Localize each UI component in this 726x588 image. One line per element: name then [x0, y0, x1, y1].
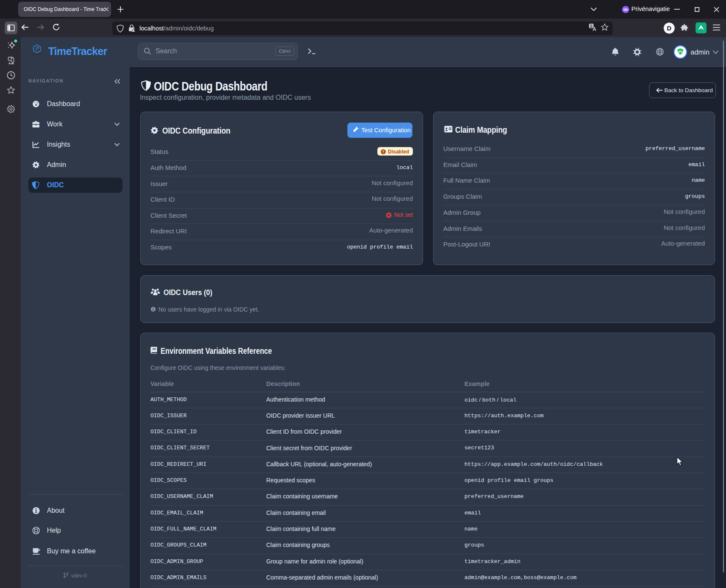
svg-text:D: D: [667, 25, 671, 32]
